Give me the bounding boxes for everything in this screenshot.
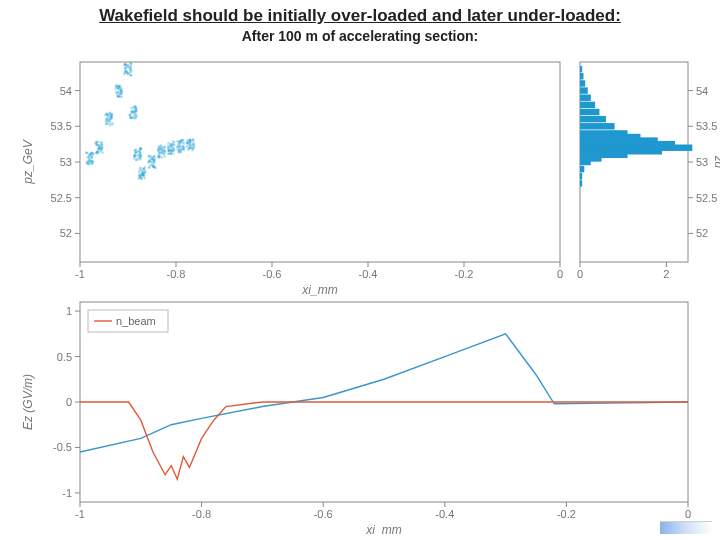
data-point	[186, 141, 188, 143]
figure-area: -1-0.8-0.6-0.4-0.205252.55353.554xi_mmpz…	[0, 52, 720, 534]
data-point	[92, 153, 94, 155]
ytick-label: 52	[696, 227, 708, 239]
data-point	[160, 144, 162, 146]
figure-svg: -1-0.8-0.6-0.4-0.205252.55353.554xi_mmpz…	[0, 52, 720, 534]
data-point	[123, 73, 125, 75]
data-point	[134, 110, 136, 112]
xtick-label: 2	[663, 268, 669, 280]
data-point	[109, 120, 111, 122]
data-point	[100, 142, 102, 144]
data-point	[111, 122, 113, 124]
data-point	[172, 153, 174, 155]
data-point	[143, 168, 145, 170]
data-point	[140, 178, 142, 180]
xtick-label: -0.2	[455, 268, 474, 280]
ylabel: Ez (GV/m)	[21, 374, 35, 430]
data-point	[95, 153, 97, 155]
data-point	[117, 96, 119, 98]
data-point	[105, 114, 107, 116]
data-point	[139, 153, 141, 155]
data-point	[143, 177, 145, 179]
ytick-label: 53	[696, 156, 708, 168]
data-point	[134, 105, 136, 107]
data-point	[144, 170, 146, 172]
data-point	[140, 167, 142, 169]
data-point	[163, 149, 165, 151]
xtick-label: -0.8	[167, 268, 186, 280]
data-point	[132, 107, 134, 109]
data-point	[105, 120, 107, 122]
data-point	[167, 144, 169, 146]
data-point	[171, 143, 173, 145]
data-point	[140, 148, 142, 150]
decorative-gradient	[660, 521, 712, 534]
data-point	[170, 153, 172, 155]
data-point	[86, 152, 88, 154]
data-point	[135, 108, 137, 110]
data-point	[167, 153, 169, 155]
data-point	[180, 140, 182, 142]
data-point	[163, 156, 165, 158]
data-point	[150, 155, 152, 157]
data-point	[151, 157, 153, 159]
ytick-label: 53.5	[696, 120, 717, 132]
xlabel: xi_mm	[365, 523, 401, 534]
hist-bar	[580, 102, 595, 108]
data-point	[149, 160, 151, 162]
hist-bar	[580, 166, 584, 172]
data-point	[129, 68, 131, 70]
data-point	[114, 88, 116, 90]
data-point	[130, 117, 132, 119]
xtick-label: -1	[75, 508, 85, 520]
data-point	[130, 62, 132, 64]
data-point	[167, 142, 169, 144]
ytick-label: 54	[60, 85, 72, 97]
series-Ez_wake	[80, 334, 688, 452]
hist-bar	[580, 95, 591, 101]
data-point	[168, 147, 170, 149]
data-point	[177, 146, 179, 148]
xtick-label: -0.4	[435, 508, 454, 520]
data-point	[104, 123, 106, 125]
data-point	[120, 96, 122, 98]
data-point	[163, 153, 165, 155]
data-point	[158, 154, 160, 156]
data-point	[97, 150, 99, 152]
data-point	[138, 171, 140, 173]
series-n_beam	[80, 402, 688, 479]
ytick-label: 1	[66, 305, 72, 317]
ylabel: pz	[711, 155, 720, 170]
data-point	[101, 152, 103, 154]
data-point	[163, 146, 165, 148]
data-point	[109, 114, 111, 116]
data-point	[152, 165, 154, 167]
data-point	[193, 146, 195, 148]
data-point	[148, 166, 150, 168]
ytick-label: 53	[60, 156, 72, 168]
data-point	[153, 155, 155, 157]
ytick-label: 0.5	[57, 351, 72, 363]
data-point	[134, 114, 136, 116]
ytick-label: -1	[62, 487, 72, 499]
data-point	[92, 160, 94, 162]
xlabel: xi_mm	[301, 283, 337, 297]
data-point	[90, 162, 92, 164]
data-point	[192, 149, 194, 151]
data-point	[88, 158, 90, 160]
data-point	[115, 84, 117, 86]
data-point	[154, 157, 156, 159]
data-point	[98, 141, 100, 143]
data-point	[125, 70, 127, 72]
ytick-label: 52.5	[696, 192, 717, 204]
legend-label: n_beam	[116, 315, 156, 327]
xtick-label: -0.8	[192, 508, 211, 520]
xtick-label: -1	[75, 268, 85, 280]
data-point	[110, 118, 112, 120]
data-point	[159, 151, 161, 153]
data-point	[137, 157, 139, 159]
histogram-axes	[580, 62, 688, 262]
data-point	[142, 170, 144, 172]
data-point	[126, 66, 128, 68]
data-point	[139, 151, 141, 153]
xtick-label: 0	[557, 268, 563, 280]
